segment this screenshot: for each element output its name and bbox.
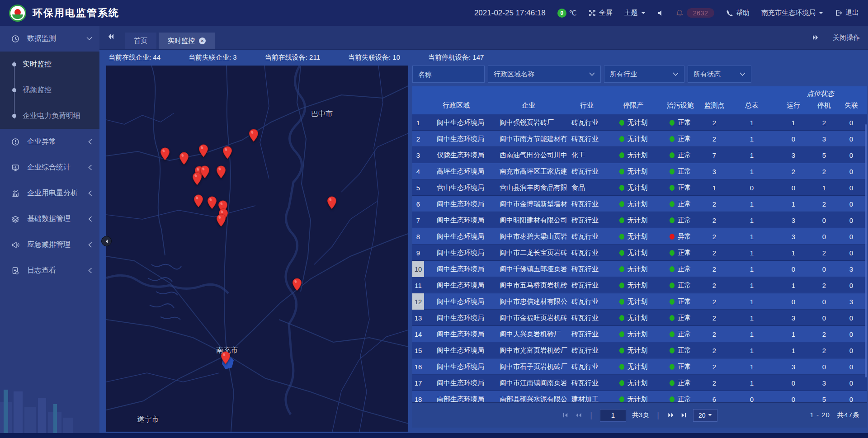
sidebar-item-数据监测[interactable]: 数据监测	[0, 26, 99, 52]
cell-monitor-points: 3	[699, 168, 730, 175]
cell-disconnected: 0	[835, 396, 867, 403]
map-marker-pin[interactable]	[193, 194, 203, 209]
mute-button[interactable]	[657, 9, 665, 17]
table-row[interactable]: 5营山生态环境局营山县润丰肉食品有限食品无计划正常10010	[412, 179, 867, 196]
sidebar-item-企业用电量分析[interactable]: 企业用电量分析	[0, 180, 99, 206]
cell-limit-status: 无计划	[605, 265, 662, 273]
pagination-controls: | 共3页 | 20	[562, 409, 717, 422]
last-page-button[interactable]	[680, 412, 687, 419]
table-row[interactable]: 18南部生态环境局南部县砌兴水泥有限公建材加工无计划正常60050	[412, 391, 867, 402]
tabs-scroll-right-button[interactable]	[811, 33, 819, 42]
table-row[interactable]: 3仪陇生态环境局西南油气田分公司川中化工无计划正常71350	[412, 147, 867, 163]
filter-bar: 行政区域名称 所有行业 所有状态	[412, 66, 751, 83]
close-operations-button[interactable]: 关闭操作	[833, 33, 860, 42]
table-row[interactable]: 17阆中生态环境局阆中市江南镇阆南页岩砖瓦行业无计划正常21030	[412, 375, 867, 391]
cell-disconnected: 0	[835, 347, 867, 354]
status-dot-icon	[670, 364, 675, 370]
fullscreen-button[interactable]: 全屏	[589, 9, 613, 17]
table-row[interactable]: 9阆中生态环境局阆中市二龙长宝页岩砖砖瓦行业无计划正常21120	[412, 245, 867, 261]
map-collapse-button[interactable]	[101, 236, 112, 246]
map-marker-pin[interactable]	[327, 196, 337, 211]
cell-facility-status: 正常	[662, 281, 699, 290]
map-marker-pin[interactable]	[292, 278, 302, 293]
name-search-input[interactable]	[412, 66, 485, 83]
status-dot-icon	[619, 348, 624, 353]
prev-page-icon	[575, 412, 582, 419]
cell-facility-status: 正常	[662, 314, 699, 322]
table-scrollbar[interactable]	[865, 124, 867, 377]
sidebar-item-应急减排管理[interactable]: 应急减排管理	[0, 232, 99, 258]
sidebar-subitem-实时监控[interactable]: 实时监控	[0, 52, 99, 77]
org-dropdown[interactable]: 南充市生态环境局	[761, 9, 823, 17]
table-row[interactable]: 16阆中生态环境局阆中市石子页岩机砖厂砖瓦行业无计划正常21300	[412, 358, 867, 375]
map-marker-pin[interactable]	[160, 147, 170, 162]
table-row[interactable]: 12阆中生态环境局阆中市忠信建材有限公砖瓦行业无计划正常21003	[412, 293, 867, 310]
map-marker-pin[interactable]	[179, 152, 189, 167]
cell-company: 营山县润丰肉食品有限	[488, 184, 569, 192]
sidebar-item-基础数据管理[interactable]: 基础数据管理	[0, 206, 99, 232]
chevron-left-icon	[104, 239, 109, 244]
map-marker-pin[interactable]	[216, 165, 226, 180]
chevron-down-icon	[86, 37, 92, 41]
table-row[interactable]: 11阆中生态环境局阆中市五马桥页岩机砖砖瓦行业无计划正常21120	[412, 277, 867, 293]
first-page-button[interactable]	[562, 412, 569, 419]
cell-row-number: 5	[412, 179, 424, 196]
table-row[interactable]: 10阆中生态环境局阆中千佛镇五郎垭页岩砖瓦行业无计划正常21003	[412, 261, 867, 277]
table-row[interactable]: 6阆中生态环境局阆中市金博瑞新型墙材砖瓦行业无计划正常21120	[412, 196, 867, 212]
table-row[interactable]: 14阆中生态环境局阆中大兴页岩机砖厂砖瓦行业无计划正常21120	[412, 326, 867, 342]
tab-close-icon[interactable]: ✕	[199, 38, 206, 44]
table-row[interactable]: 7阆中生态环境局阆中明阳建材有限公司砖瓦行业无计划正常21300	[412, 212, 867, 228]
cell-limit-status: 无计划	[605, 297, 662, 306]
pin-icon	[193, 194, 203, 207]
temperature: 0 ℃	[557, 9, 577, 18]
page-number-input[interactable]	[600, 409, 626, 422]
status-select[interactable]: 所有状态	[688, 66, 751, 83]
table-row[interactable]: 2阆中生态环境局阆中市南方节能建材有砖瓦行业无计划正常21030	[412, 131, 867, 147]
table-row[interactable]: 1阆中生态环境局阆中强锐页岩砖厂砖瓦行业无计划正常21120	[412, 114, 867, 131]
table-row[interactable]: 15阆中生态环境局阆中市光富页岩机砖厂砖瓦行业无计划正常21120	[412, 342, 867, 358]
theme-dropdown[interactable]: 主题	[624, 9, 646, 17]
cell-total-meters: 0	[730, 396, 774, 403]
sidebar-item-企业综合统计[interactable]: 企业综合统计	[0, 155, 99, 180]
help-button[interactable]: 帮助	[726, 9, 750, 17]
map-marker-pin[interactable]	[222, 146, 232, 161]
sidebar-item-企业异常[interactable]: 企业异常	[0, 129, 99, 155]
cell-region: 阆中生态环境局	[424, 346, 488, 355]
industry-select[interactable]: 所有行业	[604, 66, 684, 83]
table-row[interactable]: 8阆中生态环境局阆中市枣碧大梁山页岩砖瓦行业无计划异常21300	[412, 228, 867, 245]
total-pages-label: 共3页	[632, 411, 649, 419]
map-marker-pin[interactable]	[198, 144, 208, 159]
page-size-select[interactable]: 20	[693, 409, 717, 422]
sidebar-subitem-企业电力负荷明细[interactable]: 企业电力负荷明细	[0, 103, 99, 129]
table-row[interactable]: 13阆中生态环境局阆中市金福旺页岩机砖砖瓦行业无计划正常21300	[412, 310, 867, 326]
megaphone-icon	[11, 240, 20, 250]
column-header-运行: 运行	[774, 101, 813, 110]
sidebar-subitem-视频监控[interactable]: 视频监控	[0, 77, 99, 103]
cell-row-number: 7	[412, 212, 424, 228]
cell-monitor-points: 2	[699, 135, 730, 143]
region-select[interactable]: 行政区域名称	[488, 66, 601, 83]
cell-company: 南部县砌兴水泥有限公	[488, 395, 569, 403]
map-marker-pin[interactable]	[216, 214, 226, 229]
map-marker-pin[interactable]	[207, 196, 217, 211]
table-row[interactable]: 4高坪生态环境局南充市高坪区王家店建砖瓦行业无计划正常31220	[412, 163, 867, 179]
chevron-left-icon	[88, 268, 92, 273]
next-page-button[interactable]	[667, 412, 675, 419]
tab-实时监控[interactable]: 实时监控✕	[159, 33, 215, 49]
sidebar-item-日志查看[interactable]: 日志查看	[0, 258, 99, 283]
cell-industry: 砖瓦行业	[569, 249, 605, 257]
pagination-summary: 1 - 20 共47条	[810, 411, 860, 419]
map-marker-pin[interactable]	[221, 351, 231, 366]
status-dot-icon	[619, 396, 624, 402]
map-panel[interactable]: 巴中市南充市遂宁市	[106, 66, 408, 432]
map-marker-pin[interactable]	[192, 172, 202, 187]
sidebar-item-label: 数据监测	[27, 34, 56, 43]
prev-page-button[interactable]	[575, 412, 582, 419]
cell-stopped: 0	[813, 363, 835, 371]
map-marker-pin[interactable]	[249, 129, 259, 144]
cell-company: 阆中千佛镇五郎垭页岩	[488, 265, 569, 273]
alarm-counter[interactable]: 2632	[676, 8, 714, 18]
logout-button[interactable]: 退出	[835, 9, 859, 17]
tabs-scroll-left-button[interactable]	[107, 33, 115, 41]
tab-首页[interactable]: 首页	[125, 33, 156, 49]
